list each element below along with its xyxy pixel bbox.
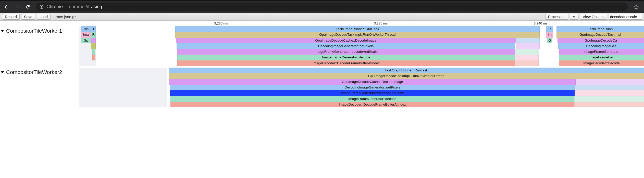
trace-slice[interactable]: R — [91, 32, 96, 37]
processes-button[interactable]: Processes — [545, 14, 568, 20]
m-button[interactable]: M — [570, 14, 578, 20]
trace-slice[interactable] — [575, 85, 644, 90]
reload-button[interactable] — [23, 3, 32, 11]
trace-slice[interactable] — [515, 55, 539, 60]
trace-slice[interactable] — [92, 55, 95, 60]
arrow-left-icon — [4, 4, 9, 9]
trace-slice[interactable] — [516, 43, 540, 49]
search-input[interactable] — [609, 14, 642, 20]
load-button[interactable]: Load — [37, 14, 51, 20]
trace-slice[interactable]: TaskGraphRunn — [556, 26, 644, 32]
reload-icon — [25, 4, 30, 9]
ruler-tick: 3,240 ms — [533, 21, 547, 26]
chevron-down-icon — [1, 30, 4, 32]
trace-slice[interactable]: Ta — [546, 26, 553, 32]
trace-slice[interactable]: Gp — [81, 38, 91, 43]
chrome-site-icon — [39, 5, 44, 9]
trace-slice[interactable] — [574, 96, 644, 102]
browser-chrome-bar: Chrome chrome://tracing — [0, 0, 644, 13]
arrow-right-icon — [15, 4, 20, 9]
trace-slice[interactable]: GpuImageDecodeCache::DecodeImage — [176, 38, 516, 43]
trace-slice[interactable]: DecodingImageGer — [558, 43, 644, 49]
chevron-down-icon — [1, 71, 4, 73]
trace-slice[interactable] — [515, 49, 539, 55]
bookmark-button[interactable] — [632, 3, 640, 11]
trace-slice[interactable]: TaskGraphRunner::RunTask — [175, 26, 539, 32]
back-button[interactable] — [2, 3, 11, 11]
ruler-tick: 3,235 ms — [373, 21, 388, 26]
trace-slice[interactable]: ImageDecoder::DecodeFrameBufferAtIndex — [177, 60, 515, 66]
trace-slice[interactable]: DecodingImageGenerator::getPixels — [170, 85, 575, 90]
thread-sidebar: CompositorTileWorker1CompositorTileWorke… — [0, 21, 79, 107]
thread-header[interactable]: CompositorTileWorker2 — [0, 68, 79, 77]
timeline-panel[interactable]: 3,230 ms3,235 ms3,240 ms TasTTaskGraphRu… — [79, 21, 644, 107]
ruler-tick: 3,230 ms — [213, 21, 228, 26]
trace-slice[interactable] — [92, 49, 95, 55]
star-icon — [634, 4, 639, 9]
trace-slice[interactable] — [515, 60, 539, 66]
trace-slice[interactable] — [576, 79, 644, 85]
trace-slice[interactable]: ImageFrameGenerator::decodeAndScale — [170, 90, 575, 96]
thread-name: CompositorTileWorker2 — [6, 69, 62, 75]
trace-slice[interactable]: ImageFrameGenerator::decode — [177, 55, 515, 60]
trace-slice[interactable]: ImageFrameGenerator::decodeAndScale — [177, 49, 515, 55]
save-button[interactable]: Save — [21, 14, 35, 20]
forward-button[interactable] — [13, 3, 21, 11]
trace-slice[interactable]: GpuImageDecodeCache::DecodeImage — [169, 79, 576, 85]
trace-slice[interactable] — [574, 102, 644, 107]
svg-point-1 — [41, 6, 42, 7]
address-product: Chrome — [46, 4, 63, 9]
trace-slice[interactable]: DecodingImageGenerator::getPixels — [177, 43, 515, 49]
trace-slice[interactable]: ImageFrameGen — [559, 55, 644, 60]
trace-slice[interactable] — [91, 43, 96, 49]
trace-slice[interactable]: ImageDecoder::Decode — [559, 60, 644, 66]
trace-slice[interactable]: GpuImageDecodeTaskImpl::RunOnWorkerThrea… — [169, 73, 644, 79]
trace-slice[interactable]: Im — [546, 32, 553, 37]
view-options-button[interactable]: View Options — [580, 14, 607, 20]
trace-slice[interactable] — [575, 90, 644, 96]
record-button[interactable]: Record — [2, 14, 20, 20]
trace-slice[interactable]: ImageFrameGenerato — [559, 49, 644, 55]
tracing-toolbar: Record Save Load trace.json.gz Processes… — [0, 13, 644, 21]
thread-header[interactable]: CompositorTileWorker1 — [0, 26, 79, 35]
trace-slice[interactable]: GpuImageDecodeTaskImpl::RunOnWorkerThrea… — [175, 32, 539, 37]
url-text: chrome://tracing — [69, 4, 102, 9]
time-ruler: 3,230 ms3,235 ms3,240 ms — [79, 21, 644, 26]
main-area: CompositorTileWorker1CompositorTileWorke… — [0, 21, 644, 107]
trace-slice[interactable]: GpuImageDecodeCa — [558, 38, 644, 43]
trace-slice[interactable]: T — [91, 26, 96, 32]
trace-slice[interactable] — [91, 38, 96, 43]
trace-slice[interactable]: Tas — [81, 26, 91, 32]
trace-slice[interactable]: GpuImageDecodeTaskImpl — [556, 32, 644, 37]
address-separator — [66, 4, 66, 9]
trace-slice[interactable]: ImageDecoder::DecodeFrameBufferAtIndex — [170, 102, 574, 107]
trace-slice[interactable] — [516, 38, 540, 43]
trace-slice[interactable]: TaskGraphRunner::RunTask — [169, 68, 644, 73]
trace-filename: trace.json.gz — [55, 15, 76, 19]
trace-slice[interactable]: Ima — [81, 32, 91, 37]
trace-slice[interactable]: ImageFrameGenerator::decode — [170, 96, 574, 102]
trace-slice[interactable]: G — [547, 38, 552, 43]
thread-name: CompositorTileWorker1 — [6, 28, 62, 34]
address-bar[interactable]: Chrome chrome://tracing — [36, 3, 628, 11]
